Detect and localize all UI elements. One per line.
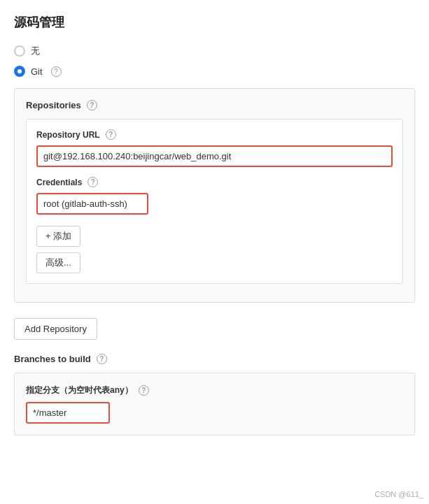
repositories-section: Repositories ? Repository URL ? Credenti… bbox=[14, 88, 415, 303]
radio-circle-none bbox=[14, 45, 25, 57]
branch-specifier-box: 指定分支（为空时代表any） ? bbox=[14, 373, 415, 435]
branch-specifier-label: 指定分支（为空时代表any） ? bbox=[26, 384, 403, 396]
branch-specifier-help-icon[interactable]: ? bbox=[139, 385, 149, 396]
credentials-help-icon[interactable]: ? bbox=[87, 177, 98, 187]
page-title: 源码管理 bbox=[14, 14, 415, 31]
git-help-icon[interactable]: ? bbox=[51, 66, 62, 77]
radio-none[interactable]: 无 bbox=[14, 45, 415, 57]
branches-label: Branches to build ? bbox=[14, 354, 415, 364]
branches-section: Branches to build ? 指定分支（为空时代表any） ? bbox=[14, 354, 415, 435]
repo-url-label: Repository URL ? bbox=[36, 129, 393, 140]
radio-label-none: 无 bbox=[31, 45, 40, 57]
watermark: CSDN @611_ bbox=[374, 490, 423, 498]
repo-url-input[interactable] bbox=[36, 145, 393, 167]
credentials-value[interactable]: root (gitlab-auth-ssh) bbox=[36, 193, 148, 215]
credentials-label: Credentials ? bbox=[36, 177, 393, 187]
repositories-label: Repositories ? bbox=[26, 100, 403, 110]
branch-specifier-input[interactable] bbox=[26, 402, 110, 424]
radio-label-git: Git bbox=[31, 66, 43, 77]
repository-inner-box: Repository URL ? Credentials ? root (git… bbox=[26, 119, 403, 284]
radio-group: 无 Git ? bbox=[14, 45, 415, 77]
repo-url-help-icon[interactable]: ? bbox=[106, 129, 116, 140]
branches-help-icon[interactable]: ? bbox=[97, 354, 107, 364]
add-button[interactable]: + 添加 bbox=[36, 226, 80, 247]
radio-circle-git bbox=[14, 66, 25, 77]
repositories-help-icon[interactable]: ? bbox=[87, 100, 97, 110]
radio-git[interactable]: Git ? bbox=[14, 66, 415, 77]
advanced-button[interactable]: 高级... bbox=[36, 252, 80, 273]
add-repository-button[interactable]: Add Repository bbox=[14, 318, 97, 340]
